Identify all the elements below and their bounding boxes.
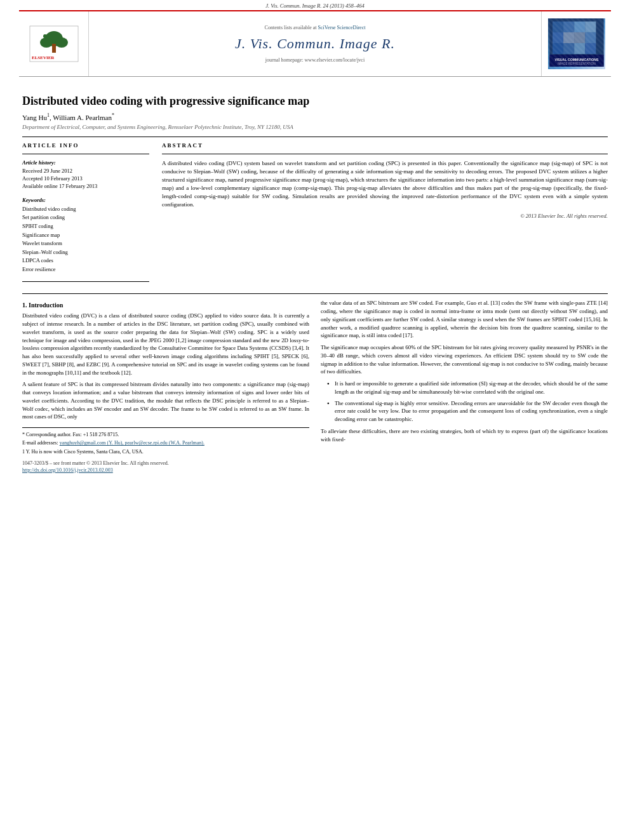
keyword-8: Error resilience	[22, 265, 149, 274]
svg-rect-13	[553, 32, 563, 43]
body-divider	[22, 293, 608, 294]
svg-text:IMAGE REPRESENTATION: IMAGE REPRESENTATION	[558, 62, 596, 65]
keywords-label: Keywords:	[22, 197, 149, 203]
keyword-7: LDPCA codes	[22, 257, 149, 265]
body-col-left: 1. Introduction Distributed video coding…	[22, 299, 309, 474]
intro-para-2: A salient feature of SPC is that its com…	[22, 380, 309, 421]
bullet-item-1: It is hard or impossible to generate a q…	[327, 380, 608, 396]
abstract-text: A distributed video coding (DVC) system …	[162, 159, 608, 209]
keywords-list: Distributed video coding Set partition c…	[22, 205, 149, 274]
article-info-col: ARTICLE INFO Article history: Received 2…	[22, 142, 149, 287]
copyright-line: © 2013 Elsevier Inc. All rights reserved…	[162, 213, 608, 219]
authors-line: Yang Hu1, William A. Pearlman*	[22, 112, 608, 121]
journal-cover-image: VISUAL COMMUNICATIONS IMAGE REPRESENTATI…	[541, 11, 611, 76]
accepted-date: Accepted 10 February 2013	[22, 175, 149, 183]
svg-point-4	[55, 37, 68, 48]
footnote-corresponding: * Corresponding author. Fax: +1 518 276 …	[22, 431, 309, 438]
footnote-email-line: E-mail addresses: yanghuyh@gmail.com (Y.…	[22, 439, 309, 446]
right-para-2: The significance map occupies about 60% …	[321, 343, 608, 376]
article-title: Distributed video coding with progressiv…	[22, 94, 608, 109]
difficulty-list: It is hard or impossible to generate a q…	[327, 380, 608, 423]
citation-text: J. Vis. Commun. Image R. 24 (2013) 458–4…	[265, 3, 364, 9]
info-abstract-row: ARTICLE INFO Article history: Received 2…	[22, 142, 608, 287]
elsevier-logo-container: ELSEVIER	[19, 11, 89, 76]
svg-rect-5	[52, 44, 56, 53]
top-citation: J. Vis. Commun. Image R. 24 (2013) 458–4…	[0, 0, 630, 10]
intro-para-1: Distributed video coding (DVC) is a clas…	[22, 312, 309, 377]
svg-text:ELSEVIER: ELSEVIER	[32, 55, 55, 60]
svg-rect-12	[585, 22, 596, 32]
sciverse-line: Contents lists available at SciVerse Sci…	[265, 25, 366, 30]
svg-rect-21	[549, 55, 604, 67]
keyword-6: Slepian–Wolf coding	[22, 248, 149, 257]
divider-top	[22, 137, 608, 137]
keyword-2: Set partition coding	[22, 213, 149, 222]
svg-rect-18	[563, 43, 574, 54]
doi-link[interactable]: http://dx.doi.org/10.1016/j.jvcir.2013.0…	[22, 467, 113, 473]
svg-point-6	[43, 34, 47, 38]
svg-rect-15	[574, 32, 585, 43]
svg-point-3	[40, 37, 53, 48]
author1-name: Yang Hu	[22, 114, 47, 121]
svg-rect-14	[563, 32, 574, 43]
svg-rect-10	[563, 22, 574, 32]
elsevier-logo-svg: ELSEVIER	[29, 25, 79, 63]
svg-text:VISUAL COMMUNICATIONS: VISUAL COMMUNICATIONS	[554, 58, 599, 62]
info-bottom-divider	[22, 281, 149, 282]
body-columns: 1. Introduction Distributed video coding…	[22, 299, 608, 474]
section1-title: Introduction	[29, 302, 63, 309]
doi-line[interactable]: http://dx.doi.org/10.1016/j.jvcir.2013.0…	[22, 467, 309, 473]
body-col-right: the value data of an SPC bitstream are S…	[321, 299, 608, 474]
email-label: E-mail addresses:	[22, 440, 58, 446]
page-wrapper: J. Vis. Commun. Image R. 24 (2013) 458–4…	[0, 0, 630, 840]
info-divider	[22, 154, 149, 154]
available-date: Available online 17 February 2013	[22, 183, 149, 190]
bullet-item-2: The conventional sig-map is highly error…	[327, 399, 608, 423]
keyword-5: Wavelet transform	[22, 239, 149, 248]
right-para-1: the value data of an SPC bitstream are S…	[321, 299, 608, 340]
header-banner: ELSEVIER Contents lists available at Sci…	[19, 10, 611, 77]
section1-number: 1.	[22, 302, 29, 309]
keyword-1: Distributed video coding	[22, 205, 149, 214]
footnote-note1: 1 Y. Hu is now with Cisco Systems, Santa…	[22, 448, 309, 455]
svg-rect-20	[585, 43, 596, 54]
affiliation: Department of Electrical, Computer, and …	[22, 124, 608, 130]
issn-line: 1047-3203/$ – see front matter © 2013 El…	[22, 460, 309, 466]
article-history-label: Article history:	[22, 159, 149, 166]
journal-main-title: J. Vis. Commun. Image R.	[235, 36, 395, 52]
keyword-4: Significance map	[22, 231, 149, 240]
keyword-3: SPIHT coding	[22, 222, 149, 231]
journal-homepage: journal homepage: www.elsevier.com/locat…	[265, 57, 365, 63]
main-content: Distributed video coding with progressiv…	[0, 77, 630, 487]
svg-rect-11	[574, 22, 585, 32]
closing-para: To alleviate these difficulties, there a…	[321, 427, 608, 444]
svg-rect-17	[553, 43, 563, 54]
visual-placeholder: VISUAL COMMUNICATIONS IMAGE REPRESENTATI…	[548, 18, 605, 69]
author2-sup: *	[112, 112, 114, 118]
article-info-header: ARTICLE INFO	[22, 142, 149, 149]
svg-rect-19	[574, 43, 585, 54]
svg-rect-16	[585, 32, 596, 43]
received-date: Received 29 June 2012	[22, 168, 149, 175]
bottom-info: 1047-3203/$ – see front matter © 2013 El…	[22, 460, 309, 473]
svg-rect-9	[553, 22, 563, 32]
sciverse-link[interactable]: SciVerse ScienceDirect	[318, 25, 366, 30]
svg-rect-8	[549, 18, 604, 67]
footnotes-area: * Corresponding author. Fax: +1 518 276 …	[22, 427, 309, 455]
journal-header-center: Contents lists available at SciVerse Sci…	[89, 11, 541, 76]
abstract-col: ABSTRACT A distributed video coding (DVC…	[162, 142, 608, 287]
abstract-header: ABSTRACT	[162, 142, 608, 149]
section1-heading: 1. Introduction	[22, 302, 309, 309]
footnote-emails[interactable]: yanghuyh@gmail.com (Y. Hu), pearlw@ecse.…	[60, 440, 204, 446]
cover-visual-svg: VISUAL COMMUNICATIONS IMAGE REPRESENTATI…	[548, 18, 605, 67]
author2-name: , William A. Pearlman	[50, 114, 112, 121]
abstract-divider	[162, 154, 608, 154]
